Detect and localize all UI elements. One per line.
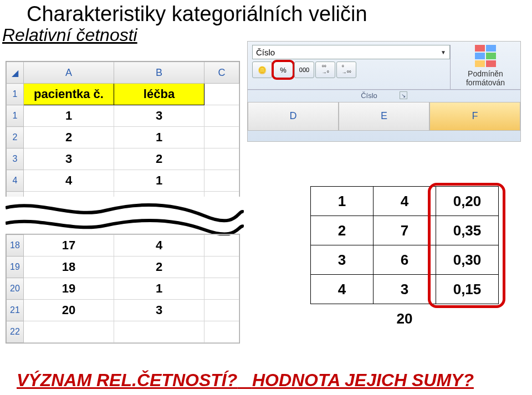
row-num[interactable]: 1 [7, 105, 24, 127]
cell[interactable]: 3 [374, 275, 436, 304]
cell[interactable]: 2 [311, 216, 374, 245]
thousands-button[interactable]: 000 [294, 61, 314, 78]
cell[interactable] [204, 84, 239, 105]
inc-dec-icon: ⁰⁰→⁰ [322, 64, 329, 75]
cell[interactable]: 3 [114, 105, 204, 127]
header-pacientka[interactable]: pacientka č. [24, 84, 114, 105]
cond-format-icon [473, 45, 498, 67]
cell[interactable]: 19 [24, 278, 114, 300]
cond-format-label2: formátován [455, 78, 516, 87]
row-num[interactable]: 3 [7, 148, 24, 170]
torn-separator [6, 197, 244, 235]
sum-cell[interactable]: 20 [374, 304, 436, 334]
cell[interactable] [204, 127, 239, 148]
col-F-selected[interactable]: F [429, 102, 520, 131]
decrease-decimal-button[interactable]: ⁰→⁰⁰ [336, 61, 356, 78]
percent-button[interactable]: % [273, 61, 293, 78]
chevron-down-icon: ▼ [441, 49, 446, 55]
cond-format-label1: Podmíněn [455, 69, 516, 78]
col-D[interactable]: D [248, 102, 339, 131]
row-num[interactable]: 4 [7, 170, 24, 192]
cell[interactable]: 1 [114, 127, 204, 148]
ribbon-number-group: Číslo ▼ 🪙 % 000 ⁰⁰→⁰ ⁰→⁰⁰ Podmíněn formá… [247, 41, 521, 142]
cell[interactable]: 3 [24, 148, 114, 170]
cell[interactable]: 4 [114, 235, 204, 257]
row-num[interactable]: 18 [7, 235, 24, 257]
row-num[interactable]: 19 [7, 257, 24, 278]
spreadsheet-left[interactable]: ◢ A B C 1 pacientka č. léčba 113 221 332… [6, 61, 240, 214]
thousands-icon: 000 [299, 66, 309, 73]
row-num[interactable]: 22 [7, 321, 24, 343]
header-lecba[interactable]: léčba [114, 84, 204, 105]
cell[interactable]: 1 [24, 105, 114, 127]
cell[interactable]: 2 [114, 257, 204, 278]
cell[interactable]: 0,20 [436, 187, 499, 216]
cell[interactable] [204, 257, 239, 278]
cell[interactable] [204, 170, 239, 192]
percent-icon: % [280, 66, 287, 74]
dec-inc-icon: ⁰→⁰⁰ [342, 64, 351, 75]
page-title: Charakteristiky kategoriálních veličin [0, 0, 532, 26]
cell[interactable]: 3 [311, 245, 374, 275]
cell[interactable] [114, 321, 204, 343]
cell[interactable]: 1 [114, 278, 204, 300]
cell[interactable]: 4 [374, 187, 436, 216]
row-num[interactable]: 20 [7, 278, 24, 300]
col-E[interactable]: E [339, 102, 429, 131]
ribbon-group-label: Číslo [361, 91, 377, 100]
coin-icon: 🪙 [258, 66, 267, 74]
currency-button[interactable]: 🪙 [252, 61, 272, 78]
cell[interactable]: 0,35 [436, 216, 499, 245]
cell[interactable]: 0,30 [436, 245, 499, 275]
cell[interactable]: 1 [311, 187, 374, 216]
cell[interactable] [204, 148, 239, 170]
cell[interactable]: 7 [374, 216, 436, 245]
cell[interactable] [204, 278, 239, 300]
cell[interactable]: 1 [114, 170, 204, 192]
footer-question: VÝZNAM REL.ČETNOSTÍ? HODNOTA JEJICH SUMY… [17, 370, 474, 391]
dialog-launcher-icon[interactable]: ↘ [400, 91, 407, 99]
cell[interactable]: 18 [24, 257, 114, 278]
col-B[interactable]: B [114, 62, 204, 84]
cell[interactable]: 20 [24, 300, 114, 321]
conditional-format-button[interactable]: Podmíněn formátován [450, 45, 516, 89]
select-all-corner[interactable]: ◢ [7, 62, 24, 84]
increase-decimal-button[interactable]: ⁰⁰→⁰ [315, 61, 335, 78]
cell[interactable] [204, 105, 239, 127]
cell[interactable]: 4 [24, 170, 114, 192]
cell[interactable]: 6 [374, 245, 436, 275]
number-format-label: Číslo [256, 48, 275, 57]
cell[interactable]: 2 [24, 127, 114, 148]
number-format-select[interactable]: Číslo ▼ [252, 45, 450, 59]
row-num[interactable]: 2 [7, 127, 24, 148]
cell[interactable] [204, 235, 239, 257]
cell[interactable] [204, 300, 239, 321]
cell[interactable] [204, 321, 239, 343]
cell[interactable]: 3 [114, 300, 204, 321]
cell[interactable]: 0,15 [436, 275, 499, 304]
col-A[interactable]: A [24, 62, 114, 84]
spreadsheet-left-bottom[interactable]: 18174 19182 20191 21203 22 [6, 234, 240, 343]
cell[interactable]: 17 [24, 235, 114, 257]
cell[interactable] [24, 321, 114, 343]
cell[interactable]: 2 [114, 148, 204, 170]
col-C[interactable]: C [204, 62, 239, 84]
row-1[interactable]: 1 [7, 84, 24, 105]
frequency-table[interactable]: 140,20 270,35 360,30 430,15 20 [310, 186, 499, 333]
row-num[interactable]: 21 [7, 300, 24, 321]
cell[interactable]: 4 [311, 275, 374, 304]
